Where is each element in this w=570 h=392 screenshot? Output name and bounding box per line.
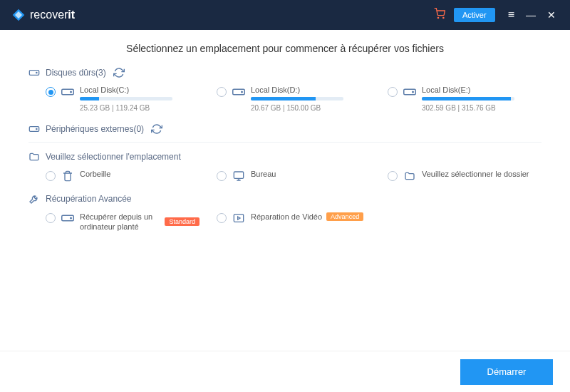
svg-rect-2 [29,71,38,76]
section-external-label: Périphériques externes(0) [46,124,144,134]
section-disks-header: Disques dûrs(3) [28,67,542,78]
svg-rect-12 [234,172,243,178]
video-icon [232,212,245,224]
svg-point-9 [413,91,414,93]
trash-icon [61,170,74,182]
disk-usage-bar [80,97,172,100]
app-logo: recoverit [11,8,75,22]
disk-name: Local Disk(D:) [251,86,370,94]
logo-icon [11,8,26,22]
section-location-header: Veuillez sélectionner l'emplacement [28,151,542,163]
drive-icon [28,123,40,135]
disk-size: 302.59 GB | 315.76 GB [422,104,542,112]
disk-item[interactable]: Local Disk(C:) 25.23 GB | 119.24 GB [46,86,200,112]
location-label: Bureau [251,170,276,178]
folder-icon [403,170,416,182]
radio-disk-d[interactable] [217,87,227,97]
radio-recycle[interactable] [46,171,56,181]
section-external-header: Périphériques externes(0) [28,123,542,135]
wrench-icon [28,193,40,205]
activate-button[interactable]: Activer [454,8,495,22]
svg-point-3 [36,72,37,73]
svg-point-0 [437,17,438,18]
cart-icon[interactable] [434,8,445,22]
radio-disk-c[interactable] [46,87,56,97]
refresh-icon[interactable] [151,123,162,135]
disk-name: Local Disk(E:) [422,86,542,94]
radio-select-folder[interactable] [388,171,398,181]
drive-icon [61,87,74,97]
divider [28,142,542,143]
advanced-label: Réparation de Vidéo [251,212,322,222]
svg-point-5 [71,91,72,93]
titlebar: recoverit Activer ≡ — ✕ [0,0,570,30]
section-location-label: Veuillez sélectionner l'emplacement [46,152,181,162]
drive-icon [403,87,416,97]
footer: Démarrer [0,351,570,392]
section-disks-label: Disques dûrs(3) [46,68,106,78]
location-label: Corbeille [80,170,110,178]
locations-row: Corbeille Bureau Veuillez sélectionner l… [46,170,542,182]
page-title: Sélectionnez un emplacement pour commenc… [28,43,542,54]
disk-usage-bar [422,97,514,100]
disk-size: 25.23 GB | 119.24 GB [80,104,200,112]
svg-point-14 [71,217,72,219]
radio-desktop[interactable] [217,171,227,181]
refresh-icon[interactable] [113,67,125,78]
section-advanced-header: Récupération Avancée [28,193,542,205]
svg-point-7 [242,91,243,93]
location-item[interactable]: Bureau [217,170,370,182]
radio-video-repair[interactable] [217,213,227,223]
empty-cell [388,212,542,232]
disk-item[interactable]: Local Disk(E:) 302.59 GB | 315.76 GB [388,86,542,112]
radio-disk-e[interactable] [388,87,398,97]
location-item[interactable]: Veuillez sélectionner le dossier [388,170,542,182]
logo-text: recoverit [30,9,75,21]
radio-crash-recovery[interactable] [46,213,56,223]
advanced-row: Récupérer depuis un ordinateur planté St… [46,212,542,232]
drive-icon [61,213,74,223]
svg-rect-15 [234,215,243,222]
svg-point-11 [36,128,37,129]
section-advanced-label: Récupération Avancée [46,194,132,204]
disk-name: Local Disk(C:) [80,86,200,94]
disk-item[interactable]: Local Disk(D:) 20.67 GB | 150.00 GB [217,86,370,112]
advanced-item[interactable]: Récupérer depuis un ordinateur planté St… [46,212,200,232]
start-button[interactable]: Démarrer [460,359,553,385]
location-item[interactable]: Corbeille [46,170,200,182]
disks-row: Local Disk(C:) 25.23 GB | 119.24 GB Loca… [46,86,542,112]
minimize-icon[interactable]: — [520,9,542,21]
drive-icon [28,67,40,78]
badge-standard: Standard [165,217,200,226]
svg-point-1 [443,17,444,18]
close-icon[interactable]: ✕ [542,9,561,21]
badge-advanced: Advanced [326,212,363,221]
drive-icon [232,87,245,97]
menu-icon[interactable]: ≡ [502,9,520,21]
svg-rect-10 [29,127,38,132]
folder-icon [28,151,40,163]
desktop-icon [232,170,245,182]
disk-size: 20.67 GB | 150.00 GB [251,104,370,112]
advanced-item[interactable]: Réparation de Vidéo Advanced [217,212,370,232]
content-area: Sélectionnez un emplacement pour commenc… [0,30,570,351]
advanced-label: Récupérer depuis un ordinateur planté [80,212,160,232]
location-label: Veuillez sélectionner le dossier [422,170,529,178]
app-window: recoverit Activer ≡ — ✕ Sélectionnez un … [0,0,570,392]
disk-usage-bar [251,97,343,100]
